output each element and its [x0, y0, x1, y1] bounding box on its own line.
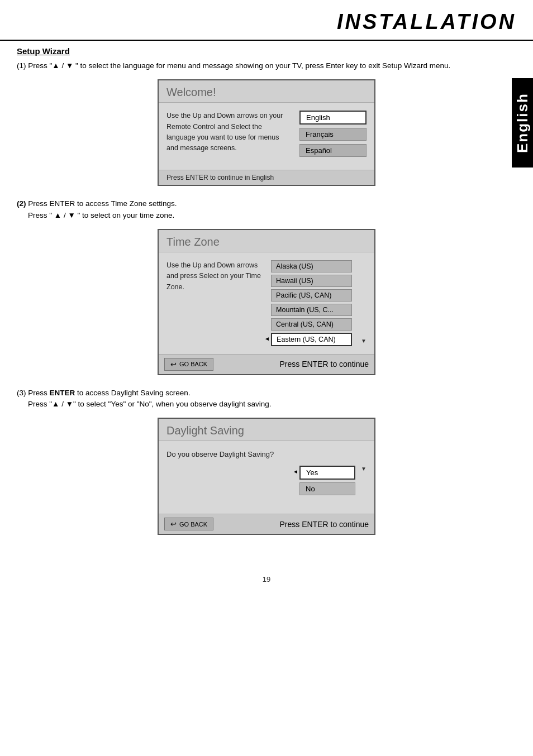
tz-option-mountain[interactable]: Mountain (US, C... — [271, 304, 352, 316]
welcome-screen-footer: Press ENTER to continue in English — [159, 170, 374, 185]
daylight-screen: Daylight Saving Do you observe Daylight … — [158, 418, 375, 535]
section-title: Setup Wizard — [17, 46, 516, 56]
welcome-body-text: Use the Up and Down arrows on your Remot… — [166, 111, 291, 162]
ds-option-no[interactable]: No — [299, 482, 355, 495]
language-option-spanish[interactable]: Español — [299, 144, 367, 157]
tz-option-hawaii[interactable]: Hawaii (US) — [271, 275, 352, 287]
daylight-footer-text: Press ENTER to continue — [279, 520, 369, 529]
daylight-back-arrow-icon: ↩ — [170, 520, 177, 528]
english-tab: English — [512, 78, 533, 168]
step3-bold: ENTER — [50, 389, 75, 397]
daylight-screen-title: Daylight Saving — [159, 419, 374, 441]
page-header: INSTALLATION — [0, 0, 533, 41]
daylight-options: Yes No — [299, 466, 355, 495]
tz-option-central[interactable]: Central (US, CAN) — [271, 318, 352, 331]
welcome-screen: Welcome! Use the Up and Down arrows on y… — [158, 79, 375, 186]
tz-option-eastern[interactable]: Eastern (US, CAN) — [271, 333, 352, 346]
page-title: INSTALLATION — [17, 10, 516, 34]
ds-option-yes[interactable]: Yes — [299, 466, 355, 480]
timezone-screen-title: Time Zone — [159, 230, 374, 252]
step3-prefix: (3) Press — [17, 389, 50, 397]
timezone-body-text: Use the Up and Down arrows and press Sel… — [166, 260, 262, 346]
daylight-body-text: Do you observe Daylight Saving? — [166, 449, 294, 460]
language-option-english[interactable]: English — [299, 111, 367, 125]
welcome-screen-body: Use the Up and Down arrows on your Remot… — [159, 103, 374, 170]
daylight-screen-body: Do you observe Daylight Saving? Yes No ▼ — [159, 441, 374, 514]
timezone-footer-text: Press ENTER to continue — [279, 360, 369, 369]
welcome-screen-title: Welcome! — [159, 80, 374, 103]
step2-instruction: (2) Press ENTER to access Time Zone sett… — [17, 198, 516, 221]
go-back-button[interactable]: ↩ GO BACK — [164, 358, 213, 371]
main-content: Setup Wizard (1) Press "▲ / ▼ " to selec… — [0, 46, 533, 564]
timezone-options: Alaska (US) Hawaii (US) Pacific (US, CAN… — [271, 260, 352, 346]
page-number: 19 — [0, 575, 533, 583]
welcome-screen-container: Welcome! Use the Up and Down arrows on y… — [17, 79, 516, 186]
back-arrow-icon: ↩ — [170, 360, 177, 369]
step3-instruction: (3) Press ENTER to access Daylight Savin… — [17, 387, 516, 410]
daylight-go-back-label: GO BACK — [179, 521, 207, 528]
daylight-screen-container: Daylight Saving Do you observe Daylight … — [17, 418, 516, 535]
ds-scroll-down: ▼ — [361, 466, 367, 472]
timezone-screen: Time Zone Use the Up and Down arrows and… — [158, 229, 375, 375]
timezone-screen-body: Use the Up and Down arrows and press Sel… — [159, 252, 374, 354]
scroll-down-arrow: ▼ — [361, 338, 367, 344]
language-options: English Français Español — [299, 111, 367, 162]
ds-scroll-arrows: ▼ — [361, 466, 367, 472]
daylight-go-back-button[interactable]: ↩ GO BACK — [164, 518, 213, 530]
step2-text: Press ENTER to access Time Zone settings… — [26, 199, 177, 208]
timezone-screen-footer: ↩ GO BACK Press ENTER to continue — [159, 354, 374, 374]
step3-suffix: to access Daylight Saving screen. — [75, 389, 190, 397]
step2-number: (2) — [17, 199, 26, 208]
step2-sub: Press " ▲ / ▼ " to select on your time z… — [17, 211, 174, 219]
daylight-screen-footer: ↩ GO BACK Press ENTER to continue — [159, 514, 374, 534]
tz-option-pacific[interactable]: Pacific (US, CAN) — [271, 289, 352, 302]
step3-sub: Press "▲ / ▼" to select "Yes" or "No", w… — [17, 400, 271, 408]
go-back-label: GO BACK — [179, 361, 207, 367]
language-option-french[interactable]: Français — [299, 128, 367, 141]
timezone-screen-container: Time Zone Use the Up and Down arrows and… — [17, 229, 516, 375]
tz-option-alaska[interactable]: Alaska (US) — [271, 260, 352, 272]
step1-instruction: (1) Press "▲ / ▼ " to select the languag… — [17, 60, 516, 71]
scroll-arrows: ▼ — [361, 260, 367, 346]
